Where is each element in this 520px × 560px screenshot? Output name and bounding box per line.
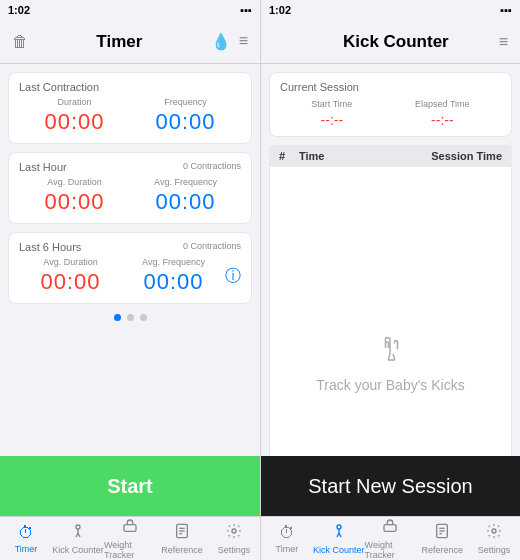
start-time-value: --:-- (321, 112, 344, 128)
svg-point-13 (492, 529, 496, 533)
trash-icon[interactable]: 🗑 (12, 33, 28, 51)
last-contraction-label: Last Contraction (19, 81, 241, 93)
avg-frequency-value: 00:00 (155, 189, 215, 215)
svg-point-7 (337, 525, 341, 529)
avg-frequency-6h-col: Avg. Frequency 00:00 (122, 257, 225, 295)
left-panel: 1:02 ▪▪▪ 🗑 Timer 💧 ≡ Last Contraction Du… (0, 0, 260, 560)
page-dots (0, 314, 260, 321)
left-tab-bar: ⏱ Timer Kick Counter Weight Tracker (0, 516, 260, 560)
dot-1 (114, 314, 121, 321)
right-nav-title: Kick Counter (343, 32, 449, 52)
reference-label-left: Reference (161, 545, 203, 555)
frequency-value: 00:00 (155, 109, 215, 135)
svg-rect-1 (124, 524, 136, 531)
last-contraction-card: Last Contraction Duration 00:00 Frequenc… (8, 72, 252, 144)
last-hour-row: Avg. Duration 00:00 Avg. Frequency 00:00 (19, 177, 241, 215)
tab-settings-left[interactable]: Settings (208, 523, 260, 555)
last-hour-header: Last Hour 0 Contractions (19, 161, 241, 177)
left-nav-bar: 🗑 Timer 💧 ≡ (0, 20, 260, 64)
tab-kick-left[interactable]: Kick Counter (52, 523, 104, 555)
weight-label-left: Weight Tracker (104, 540, 156, 560)
kick-label-left: Kick Counter (52, 545, 104, 555)
left-time: 1:02 (8, 4, 30, 16)
left-nav-title: Timer (96, 32, 142, 52)
table-header: # Time Session Time (269, 145, 512, 167)
tab-weight-left[interactable]: Weight Tracker (104, 518, 156, 560)
empty-state-text: Track your Baby's Kicks (316, 377, 464, 393)
left-status-icons: ▪▪▪ (240, 4, 252, 16)
current-session-card: Current Session Start Time --:-- Elapsed… (269, 72, 512, 137)
tab-weight-right[interactable]: Weight Tracker (365, 518, 417, 560)
tab-settings-right[interactable]: Settings (468, 523, 520, 555)
dot-2 (127, 314, 134, 321)
col-session-time: Session Time (431, 150, 502, 162)
duration-value: 00:00 (44, 109, 104, 135)
reference-label-right: Reference (422, 545, 464, 555)
weight-icon-right (382, 518, 398, 538)
avg-frequency-6h-label: Avg. Frequency (142, 257, 205, 267)
battery-icon: ▪▪▪ (240, 4, 252, 16)
last-6hours-row: Avg. Duration 00:00 Avg. Frequency 00:00… (19, 257, 241, 295)
last-6hours-header: Last 6 Hours 0 Contractions (19, 241, 241, 257)
right-status-bar: 1:02 ▪▪▪ (261, 0, 520, 20)
settings-label-left: Settings (218, 545, 251, 555)
avg-duration-6h-value: 00:00 (40, 269, 100, 295)
tab-kick-right[interactable]: Kick Counter (313, 523, 365, 555)
start-new-session-button[interactable]: Start New Session (261, 456, 520, 516)
last-6hours-label: Last 6 Hours (19, 241, 81, 253)
avg-duration-label: Avg. Duration (47, 177, 101, 187)
reference-icon-left (174, 523, 190, 543)
right-tab-bar: ⏱ Timer Kick Counter Weight Tracker (261, 516, 520, 560)
tab-timer-right[interactable]: ⏱ Timer (261, 524, 313, 554)
last-6hours-card: Last 6 Hours 0 Contractions Avg. Duratio… (8, 232, 252, 304)
avg-duration-6h-col: Avg. Duration 00:00 (19, 257, 122, 295)
timer-icon-right: ⏱ (279, 524, 295, 542)
right-panel: 1:02 ▪▪▪ Kick Counter ≡ Current Session … (260, 0, 520, 560)
elapsed-time-value: --:-- (431, 112, 454, 128)
avg-frequency-label: Avg. Frequency (154, 177, 217, 187)
settings-icon-left (226, 523, 242, 543)
frequency-label: Frequency (164, 97, 207, 107)
col-hash: # (279, 150, 299, 162)
kick-label-right: Kick Counter (313, 545, 365, 555)
left-nav-right-icons: 💧 ≡ (211, 32, 248, 51)
avg-frequency-col: Avg. Frequency 00:00 (130, 177, 241, 215)
weight-icon-left (122, 518, 138, 538)
menu-icon-left[interactable]: ≡ (239, 32, 248, 51)
right-status-icons: ▪▪▪ (500, 4, 512, 16)
duration-col: Duration 00:00 (19, 97, 130, 135)
tab-reference-left[interactable]: Reference (156, 523, 208, 555)
elapsed-time-col: Elapsed Time --:-- (415, 99, 470, 128)
start-time-label: Start Time (311, 99, 352, 109)
last-hour-count: 0 Contractions (183, 161, 241, 171)
session-time-row: Start Time --:-- Elapsed Time --:-- (280, 99, 501, 128)
elapsed-time-label: Elapsed Time (415, 99, 470, 109)
reference-icon-right (434, 523, 450, 543)
drop-icon[interactable]: 💧 (211, 32, 231, 51)
svg-point-0 (76, 525, 80, 529)
duration-label: Duration (57, 97, 91, 107)
right-nav-bar: Kick Counter ≡ (261, 20, 520, 64)
weight-label-right: Weight Tracker (365, 540, 417, 560)
right-battery-icon: ▪▪▪ (500, 4, 512, 16)
frequency-col: Frequency 00:00 (130, 97, 241, 135)
start-button[interactable]: Start (0, 456, 260, 516)
info-icon[interactable]: ⓘ (225, 266, 241, 287)
last-hour-card: Last Hour 0 Contractions Avg. Duration 0… (8, 152, 252, 224)
avg-duration-6h-label: Avg. Duration (43, 257, 97, 267)
menu-icon-right[interactable]: ≡ (499, 33, 508, 51)
left-status-bar: 1:02 ▪▪▪ (0, 0, 260, 20)
settings-icon-right (486, 523, 502, 543)
avg-duration-value: 00:00 (44, 189, 104, 215)
dot-3 (140, 314, 147, 321)
tab-timer-left[interactable]: ⏱ Timer (0, 524, 52, 554)
tab-reference-right[interactable]: Reference (416, 523, 468, 555)
svg-point-6 (232, 529, 236, 533)
kick-icon-right (331, 523, 347, 543)
empty-state: Track your Baby's Kicks (316, 333, 464, 393)
avg-frequency-6h-value: 00:00 (143, 269, 203, 295)
col-time: Time (299, 150, 431, 162)
last-contraction-row: Duration 00:00 Frequency 00:00 (19, 97, 241, 135)
last-6hours-count: 0 Contractions (183, 241, 241, 251)
svg-rect-8 (384, 524, 396, 531)
